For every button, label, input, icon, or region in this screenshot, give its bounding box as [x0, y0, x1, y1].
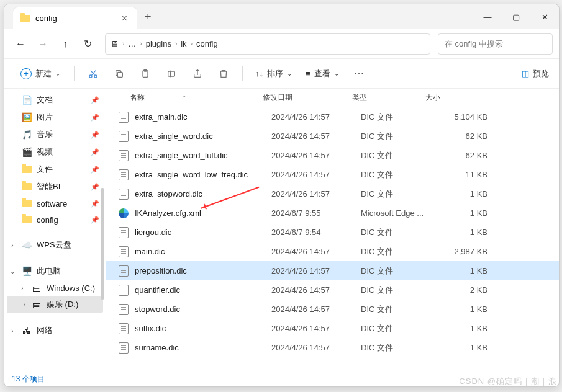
- file-row[interactable]: extra_single_word.dic2024/4/26 14:57DIC …: [106, 127, 559, 146]
- file-row[interactable]: extra_main.dic2024/4/26 14:57DIC 文件5,104…: [106, 107, 559, 127]
- pin-icon: 📌: [91, 166, 99, 174]
- ellipsis-icon[interactable]: …: [128, 39, 136, 48]
- music-icon: 🎵: [22, 130, 32, 140]
- file-icon: [119, 304, 129, 315]
- copy-button[interactable]: [108, 64, 130, 84]
- breadcrumb-item[interactable]: ik: [181, 39, 186, 48]
- sidebar-item-drive-d[interactable]: › 🖴 娱乐 (D:): [7, 296, 103, 313]
- file-name: suffix.dic: [135, 324, 166, 333]
- file-size: 1 KB: [434, 343, 487, 352]
- tab-config[interactable]: config ×: [13, 7, 137, 29]
- network-icon: 🖧: [22, 326, 32, 336]
- file-row[interactable]: liergou.dic2024/6/7 9:54DIC 文件1 KB: [106, 223, 559, 242]
- file-row[interactable]: surname.dic2024/4/26 14:57DIC 文件1 KB: [106, 338, 559, 357]
- sidebar-item-network[interactable]: › 🖧 网络: [4, 322, 106, 339]
- chevron-right-icon[interactable]: ›: [20, 301, 29, 308]
- sidebar-item[interactable]: config📌: [4, 212, 106, 228]
- file-date: 2024/6/7 9:54: [271, 228, 361, 237]
- up-button[interactable]: ↑: [55, 34, 75, 54]
- file-size: 11 KB: [434, 170, 487, 179]
- file-type: DIC 文件: [361, 246, 434, 257]
- forward-button[interactable]: →: [33, 34, 53, 54]
- file-date: 2024/4/26 14:57: [271, 247, 361, 256]
- back-button[interactable]: ←: [11, 34, 30, 54]
- sort-button[interactable]: ↑↓ 排序 ⌄: [250, 66, 297, 82]
- chevron-right-icon: ›: [122, 40, 124, 47]
- file-name: extra_single_word_full.dic: [135, 151, 228, 160]
- folder-icon: [22, 198, 32, 208]
- chevron-down-icon[interactable]: ⌄: [8, 268, 17, 275]
- item-count: 13 个项目: [12, 374, 45, 385]
- file-row[interactable]: extra_single_word_low_freq.dic2024/4/26 …: [106, 165, 559, 184]
- chevron-right-icon[interactable]: ›: [18, 285, 27, 292]
- file-name: main.dic: [135, 247, 165, 256]
- file-icon: [119, 112, 129, 123]
- column-date[interactable]: 修改日期: [263, 92, 352, 103]
- file-rows: extra_main.dic2024/4/26 14:57DIC 文件5,104…: [106, 107, 559, 372]
- file-size: 1 KB: [434, 266, 487, 275]
- sidebar-item[interactable]: 智能BI📌: [4, 178, 106, 195]
- file-name: extra_main.dic: [135, 112, 188, 122]
- column-name[interactable]: 名称: [130, 92, 145, 103]
- sidebar-item-drive-c[interactable]: › 🖴 Windows (C:): [4, 280, 106, 296]
- file-date: 2024/4/26 14:57: [271, 189, 361, 198]
- file-row[interactable]: extra_stopword.dic2024/4/26 14:57DIC 文件1…: [106, 184, 559, 203]
- file-row[interactable]: stopword.dic2024/4/26 14:57DIC 文件1 KB: [106, 300, 559, 319]
- file-row[interactable]: preposition.dic2024/4/26 14:57DIC 文件1 KB: [106, 261, 559, 280]
- new-tab-button[interactable]: +: [137, 4, 159, 29]
- file-row[interactable]: suffix.dic2024/4/26 14:57DIC 文件1 KB: [106, 319, 559, 338]
- file-date: 2024/6/7 9:55: [271, 208, 361, 218]
- column-headers[interactable]: 名称⌃ 修改日期 类型 大小: [106, 89, 559, 107]
- sidebar-item-wps[interactable]: › ☁️ WPS云盘: [4, 236, 106, 254]
- close-button[interactable]: ✕: [530, 4, 559, 29]
- sidebar-item[interactable]: 🎵音乐📌: [4, 126, 106, 143]
- column-size[interactable]: 大小: [425, 92, 479, 103]
- column-type[interactable]: 类型: [352, 92, 425, 103]
- video-icon: 🎬: [22, 147, 32, 157]
- file-icon: [119, 265, 129, 277]
- chevron-right-icon[interactable]: ›: [8, 242, 17, 249]
- pin-icon: 📌: [91, 131, 99, 139]
- folder-icon: [22, 215, 32, 225]
- maximize-button[interactable]: ▢: [502, 4, 530, 29]
- paste-button[interactable]: [134, 64, 156, 84]
- file-size: 1 KB: [434, 189, 487, 198]
- search-input[interactable]: 在 config 中搜索: [438, 33, 553, 55]
- cut-button[interactable]: [82, 64, 104, 84]
- scrollbar[interactable]: [101, 188, 104, 300]
- file-row[interactable]: main.dic2024/4/26 14:57DIC 文件2,987 KB: [106, 242, 559, 261]
- file-type: DIC 文件: [361, 131, 434, 142]
- more-button[interactable]: ⋯: [348, 64, 370, 84]
- sidebar-item-thispc[interactable]: ⌄ 🖥️ 此电脑: [4, 262, 106, 280]
- file-name: liergou.dic: [135, 228, 171, 237]
- file-name: extra_stopword.dic: [135, 189, 202, 198]
- view-button[interactable]: ≡ 查看 ⌄: [301, 66, 344, 82]
- share-button[interactable]: [186, 64, 209, 84]
- minimize-button[interactable]: —: [473, 4, 502, 29]
- file-row[interactable]: quantifier.dic2024/4/26 14:57DIC 文件2 KB: [106, 280, 559, 300]
- sort-asc-icon: ⌃: [182, 95, 187, 101]
- file-type: DIC 文件: [361, 265, 434, 277]
- address-bar: ← → ↑ ↻ 🖥 › … › plugins › ik › config 在 …: [4, 29, 559, 59]
- new-button[interactable]: + 新建 ⌄: [14, 66, 66, 82]
- close-tab-icon[interactable]: ×: [119, 13, 130, 24]
- sidebar-item[interactable]: software📌: [4, 195, 106, 212]
- sidebar-item[interactable]: 🖼️图片📌: [4, 109, 106, 126]
- file-type: DIC 文件: [361, 189, 434, 200]
- rename-button[interactable]: [160, 64, 183, 84]
- file-row[interactable]: IKAnalyzer.cfg.xml2024/6/7 9:55Microsoft…: [106, 203, 559, 223]
- sidebar-item[interactable]: 文件📌: [4, 161, 106, 178]
- sidebar-item[interactable]: 🎬视频📌: [4, 143, 106, 161]
- file-icon: [119, 150, 129, 161]
- file-type: DIC 文件: [361, 150, 434, 161]
- file-row[interactable]: extra_single_word_full.dic2024/4/26 14:5…: [106, 146, 559, 165]
- refresh-button[interactable]: ↻: [78, 34, 97, 54]
- preview-toggle[interactable]: ◫ 预览: [522, 68, 549, 79]
- breadcrumb[interactable]: 🖥 › … › plugins › ik › config: [105, 33, 430, 55]
- delete-button[interactable]: [212, 64, 235, 84]
- breadcrumb-item[interactable]: config: [196, 39, 218, 48]
- breadcrumb-item[interactable]: plugins: [146, 39, 171, 48]
- sidebar-item[interactable]: 📄文档📌: [4, 91, 106, 109]
- file-size: 1 KB: [434, 228, 487, 237]
- chevron-right-icon[interactable]: ›: [8, 327, 17, 334]
